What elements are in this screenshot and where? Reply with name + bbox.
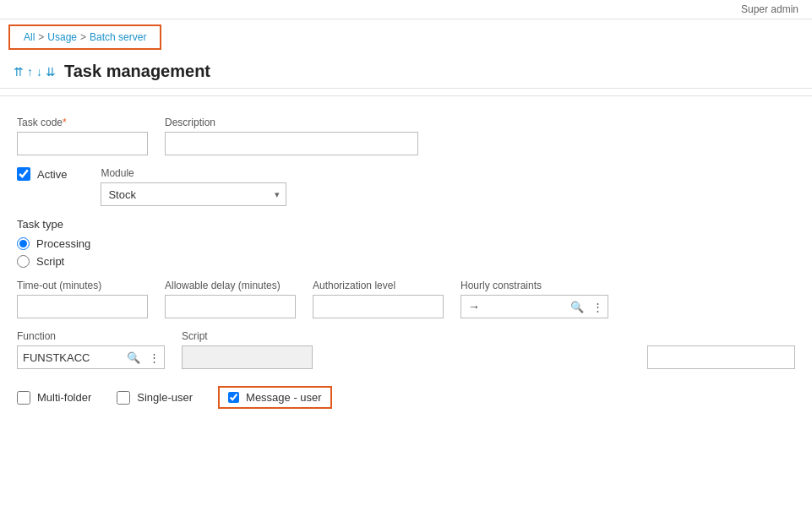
allowable-delay-input[interactable] (165, 295, 296, 318)
multi-folder-item: Multi-folder (17, 391, 91, 405)
task-code-group: Task code* FUNSTKACC (17, 117, 148, 155)
script-radio-row: Script (17, 255, 795, 268)
task-code-description-row: Task code* FUNSTKACC Description Stock a… (17, 117, 795, 155)
active-module-row: Active Module Stock ▾ (17, 167, 795, 206)
message-user-label: Message - user (246, 391, 322, 404)
allowable-delay-label: Allowable delay (minutes) (165, 280, 296, 291)
function-input-wrapper: FUNSTKACC 🔍 ⋮ (17, 345, 165, 369)
processing-radio[interactable] (17, 237, 30, 250)
script-radio[interactable] (17, 255, 30, 268)
breadcrumb-batch-server[interactable]: Batch server (90, 31, 146, 43)
script-field-label: Script (182, 330, 313, 342)
hourly-extra-group: x (647, 330, 795, 369)
hourly-search-icon[interactable]: 🔍 (566, 301, 588, 313)
message-user-box: Message - user (218, 386, 332, 409)
task-code-input[interactable]: FUNSTKACC (17, 132, 148, 155)
message-user-checkbox[interactable] (228, 392, 239, 403)
function-label: Function (17, 330, 165, 342)
hourly-input-wrapper: → 🔍 ⋮ (460, 295, 608, 318)
description-input[interactable]: Stock accounting interface (165, 132, 418, 155)
hourly-constraints-group: Hourly constraints → 🔍 ⋮ (460, 280, 608, 318)
function-more-icon[interactable]: ⋮ (144, 351, 164, 364)
multi-folder-label: Multi-folder (37, 391, 91, 404)
super-admin-label: Super admin (741, 3, 798, 15)
processing-label: Processing (36, 237, 90, 250)
hourly-constraints-label: Hourly constraints (460, 280, 608, 291)
auth-level-label: Authorization level (313, 280, 444, 291)
hourly-more-icon[interactable]: ⋮ (588, 301, 608, 313)
form-area: Task code* FUNSTKACC Description Stock a… (0, 103, 812, 422)
function-search-icon[interactable]: 🔍 (123, 351, 144, 364)
bottom-row: Multi-folder Single-user Message - user (17, 386, 795, 409)
module-label: Module (101, 167, 286, 179)
timeout-input[interactable] (17, 295, 148, 318)
description-label: Description (165, 117, 418, 128)
sort-icons: ⇈ ↑ ↓ ⇊ (14, 65, 56, 79)
breadcrumb-usage[interactable]: Usage (47, 31, 77, 43)
processing-radio-row: Processing (17, 237, 795, 250)
page-header: ⇈ ↑ ↓ ⇊ Task management (0, 55, 812, 89)
description-group: Description Stock accounting interface (165, 117, 418, 155)
single-user-item: Single-user (117, 391, 193, 405)
script-field-group: Script (182, 330, 313, 369)
arrow-icon: → (461, 300, 487, 313)
module-group: Module Stock ▾ (101, 167, 286, 206)
allowable-delay-group: Allowable delay (minutes) (165, 280, 296, 318)
hourly-extra-input[interactable] (647, 345, 795, 369)
module-select[interactable]: Stock (101, 182, 286, 206)
script-label-radio: Script (36, 255, 64, 268)
sort-down-icon[interactable]: ↓ (36, 65, 42, 79)
sort-up-icon[interactable]: ↑ (27, 65, 33, 79)
breadcrumb-all[interactable]: All (24, 31, 35, 43)
task-type-label: Task type (17, 218, 795, 231)
page-title: Task management (64, 62, 210, 81)
active-label: Active (37, 168, 67, 181)
script-field-input[interactable] (182, 345, 313, 369)
timeout-label: Time-out (minutes) (17, 280, 148, 291)
single-user-checkbox[interactable] (117, 391, 130, 405)
timeout-group: Time-out (minutes) (17, 280, 148, 318)
auth-level-input[interactable] (313, 295, 444, 318)
breadcrumb-sep2: > (80, 31, 86, 43)
active-row: Active (17, 167, 67, 181)
task-type-section: Task type Processing Script (17, 218, 795, 268)
fields-row: Time-out (minutes) Allowable delay (minu… (17, 280, 795, 318)
module-select-wrapper: Stock ▾ (101, 182, 286, 206)
function-value: FUNSTKACC (18, 351, 123, 364)
sort-bottom-icon[interactable]: ⇊ (46, 65, 56, 79)
breadcrumb: All > Usage > Batch server (8, 24, 161, 50)
breadcrumb-sep1: > (38, 31, 44, 43)
single-user-label: Single-user (137, 391, 193, 404)
active-checkbox[interactable] (17, 167, 30, 181)
task-code-label: Task code* (17, 117, 148, 128)
auth-level-group: Authorization level (313, 280, 444, 318)
sort-top-icon[interactable]: ⇈ (14, 65, 24, 79)
function-group: Function FUNSTKACC 🔍 ⋮ (17, 330, 165, 369)
multi-folder-checkbox[interactable] (17, 391, 30, 405)
function-script-row: Function FUNSTKACC 🔍 ⋮ Script x (17, 330, 795, 369)
